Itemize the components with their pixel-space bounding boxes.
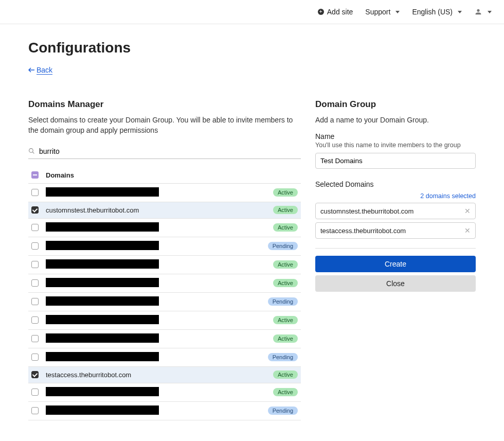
row-checkbox[interactable] <box>31 371 39 378</box>
domain-group-subtitle: Add a name to your Domain Group. <box>315 115 476 125</box>
user-icon <box>474 8 482 16</box>
row-domain-name <box>46 315 266 326</box>
close-button[interactable]: Close <box>315 275 476 292</box>
table-row: Active <box>28 256 301 274</box>
status-badge: Active <box>273 279 298 287</box>
redacted-text <box>46 315 159 324</box>
status-badge: Active <box>273 206 298 214</box>
remove-chip-icon[interactable]: ✕ <box>464 226 471 235</box>
language-label: English (US) <box>412 8 453 16</box>
divider <box>315 248 476 249</box>
domain-group-title: Domain Group <box>315 99 476 110</box>
table-row: Pending <box>28 293 301 311</box>
selected-domains-list: customnstest.theburritobot.com✕testacces… <box>315 203 476 239</box>
svg-line-1 <box>32 152 34 153</box>
selected-domain-chip: customnstest.theburritobot.com✕ <box>315 203 476 219</box>
back-label: Back <box>37 66 52 75</box>
search-input[interactable] <box>39 147 301 155</box>
table-header: Domains <box>28 167 301 184</box>
status-badge: Active <box>273 334 298 343</box>
redacted-text <box>46 278 159 287</box>
status-badge: Active <box>273 260 298 269</box>
redacted-text <box>46 387 159 396</box>
row-checkbox[interactable] <box>31 189 39 196</box>
table-row: Active <box>28 274 301 293</box>
status-badge: Pending <box>268 407 298 415</box>
status-badge: Active <box>273 371 298 379</box>
create-button[interactable]: Create <box>315 256 476 272</box>
selected-domain-chip: testaccess.theburritobot.com✕ <box>315 222 476 239</box>
table-row: customnstest.theburritobot.comActive <box>28 202 301 219</box>
row-checkbox[interactable] <box>31 354 39 361</box>
table-row: Active <box>28 383 301 402</box>
domains-manager-title: Domains Manager <box>28 99 301 110</box>
domain-group-panel: Domain Group Add a name to your Domain G… <box>315 99 476 420</box>
row-checkbox[interactable] <box>31 298 39 305</box>
domain-rows: Activecustomnstest.theburritobot.comActi… <box>28 184 301 420</box>
redacted-text <box>46 405 159 415</box>
status-badge: Active <box>273 188 298 197</box>
group-name-input[interactable] <box>315 153 476 169</box>
table-row: Pending <box>28 402 301 420</box>
topbar: + Add site Support English (US) <box>0 0 504 24</box>
status-badge: Active <box>273 316 298 324</box>
page-content: Configurations Back Domains Manager Sele… <box>0 24 504 441</box>
support-menu[interactable]: Support <box>365 8 400 16</box>
row-checkbox[interactable] <box>31 335 39 342</box>
redacted-text <box>46 259 159 269</box>
row-domain-name <box>46 222 266 233</box>
row-checkbox[interactable] <box>31 389 39 396</box>
redacted-text <box>46 333 159 343</box>
plus-circle-icon: + <box>318 9 324 15</box>
row-checkbox[interactable] <box>31 224 39 231</box>
row-domain-name <box>46 241 261 252</box>
table-row: Active <box>28 219 301 237</box>
row-domain-name <box>46 405 261 416</box>
svg-point-0 <box>29 149 33 153</box>
add-site-label: Add site <box>327 8 353 16</box>
arrow-left-icon <box>28 67 34 73</box>
page-title: Configurations <box>28 40 476 56</box>
status-badge: Pending <box>268 353 298 361</box>
selected-domains-label: Selected Domains <box>315 180 374 188</box>
search-field[interactable] <box>28 144 301 159</box>
redacted-text <box>46 296 159 306</box>
selected-count: 2 domains selected <box>315 192 476 200</box>
table-row: testaccess.theburritobot.comActive <box>28 367 301 383</box>
redacted-text <box>46 241 159 250</box>
row-checkbox[interactable] <box>31 261 39 268</box>
select-all-checkbox[interactable] <box>31 171 39 179</box>
remove-chip-icon[interactable]: ✕ <box>464 207 471 215</box>
table-row: Pending <box>28 237 301 256</box>
row-domain-name <box>46 296 261 307</box>
row-domain-name <box>46 187 266 198</box>
row-domain-name <box>46 352 261 363</box>
row-domain-name <box>46 333 266 344</box>
status-badge: Active <box>273 223 298 232</box>
row-domain-name <box>46 278 266 289</box>
status-badge: Pending <box>268 242 298 250</box>
domains-manager-subtitle: Select domains to create your Domain Gro… <box>28 115 301 136</box>
user-menu[interactable] <box>474 8 492 16</box>
chip-label: testaccess.theburritobot.com <box>320 227 406 235</box>
row-checkbox[interactable] <box>31 279 39 287</box>
language-menu[interactable]: English (US) <box>412 8 462 16</box>
row-checkbox[interactable] <box>31 407 39 414</box>
support-label: Support <box>365 8 390 16</box>
row-checkbox[interactable] <box>31 206 39 214</box>
row-domain-name <box>46 387 266 398</box>
search-icon <box>28 148 35 154</box>
back-link[interactable]: Back <box>28 66 52 75</box>
redacted-text <box>46 352 159 361</box>
row-checkbox[interactable] <box>31 242 39 250</box>
row-checkbox[interactable] <box>31 316 39 324</box>
redacted-text <box>46 222 159 232</box>
table-row: Active <box>28 330 301 348</box>
table-row: Active <box>28 311 301 330</box>
row-domain-name: testaccess.theburritobot.com <box>46 371 266 379</box>
row-domain-name: customnstest.theburritobot.com <box>46 206 266 214</box>
redacted-text <box>46 187 159 197</box>
status-badge: Pending <box>268 297 298 306</box>
column-domains: Domains <box>46 171 74 179</box>
add-site-button[interactable]: + Add site <box>318 8 353 16</box>
